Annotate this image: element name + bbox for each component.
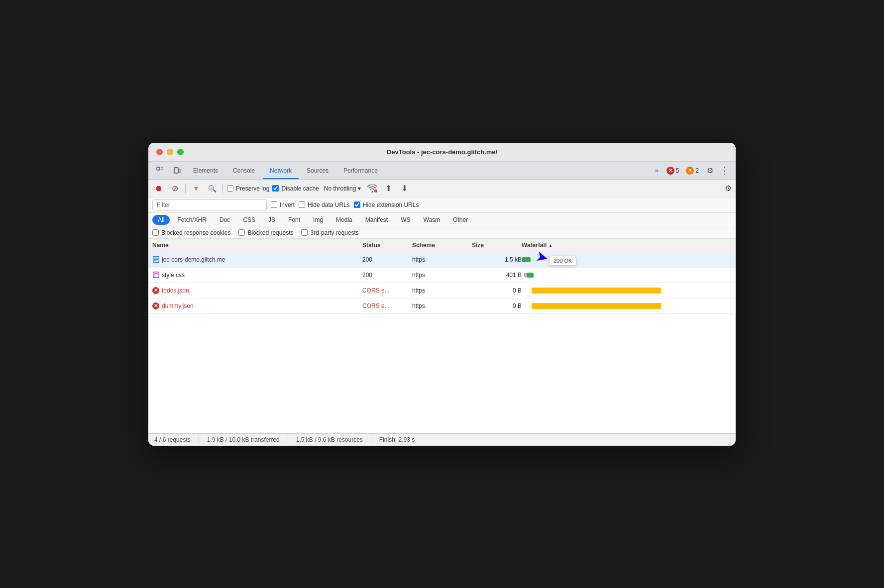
disable-cache-label: Disable cache	[281, 185, 319, 192]
inspect-element-icon[interactable]	[153, 164, 167, 178]
svg-rect-2	[179, 169, 180, 173]
table-row[interactable]: jec-cors-demo.glitch.me 200 https 1.5 kB…	[148, 252, 736, 268]
table-row[interactable]: style.css 200 https 401 B	[148, 268, 736, 283]
preserve-log-input[interactable]	[227, 185, 233, 192]
record-button[interactable]: ⏺	[152, 182, 165, 195]
waterfall-bar-main	[527, 273, 534, 278]
type-filter-font[interactable]: Font	[283, 215, 306, 225]
maximize-button[interactable]	[177, 149, 184, 155]
warning-count-badge[interactable]: ✕ 2	[683, 166, 702, 176]
blocked-requests-checkbox[interactable]: Blocked requests	[238, 229, 293, 236]
hide-data-urls-input[interactable]	[299, 201, 305, 208]
filter-bar: Invert Hide data URLs Hide extension URL…	[148, 197, 736, 213]
search-icon[interactable]: 🔍	[206, 182, 219, 195]
tab-console[interactable]: Console	[226, 163, 262, 179]
hide-data-urls-checkbox[interactable]: Hide data URLs	[299, 201, 350, 208]
download-icon[interactable]: ⬇	[398, 182, 411, 195]
row-name-text: style.css	[162, 272, 185, 279]
disable-cache-input[interactable]	[272, 185, 279, 192]
warning-circle-icon: ✕	[686, 167, 694, 175]
devtools-settings-icon[interactable]: ⚙	[703, 164, 717, 178]
warning-count: 2	[695, 167, 699, 174]
requests-count: 4 / 6 requests	[154, 436, 191, 443]
tab-performance[interactable]: Performance	[336, 163, 385, 179]
tab-sources[interactable]: Sources	[300, 163, 335, 179]
row-scheme: https	[412, 256, 472, 263]
type-filter-wasm[interactable]: Wasm	[418, 215, 446, 225]
device-toolbar-icon[interactable]	[170, 164, 184, 178]
error-icon: ✕	[152, 302, 159, 309]
blocked-response-cookies-checkbox[interactable]: Blocked response cookies	[152, 229, 230, 236]
row-size: 0 B	[472, 302, 522, 309]
blocked-requests-input[interactable]	[238, 229, 245, 236]
network-settings-icon[interactable]: ⚙	[725, 184, 732, 193]
row-status: CORS e...	[362, 302, 412, 309]
tab-elements[interactable]: Elements	[186, 163, 225, 179]
col-status[interactable]: Status	[362, 242, 412, 249]
invert-label: Invert	[280, 201, 295, 208]
type-filter-fetch-xhr[interactable]: Fetch/XHR	[172, 215, 212, 225]
row-name-cell: ✕ todos.json	[152, 287, 362, 294]
row-waterfall	[522, 286, 732, 295]
row-name-text: todos.json	[162, 287, 189, 294]
tab-network[interactable]: Network	[263, 163, 299, 179]
network-table: Name Status Scheme Size Waterfall jec-co…	[148, 239, 736, 433]
type-filter-ws[interactable]: WS	[395, 215, 416, 225]
row-scheme: https	[412, 272, 472, 279]
invert-input[interactable]	[271, 201, 277, 208]
tabs-overflow-button[interactable]: »	[651, 165, 662, 176]
throttle-dropdown[interactable]: No throttling ▾	[322, 184, 363, 193]
minimize-button[interactable]	[167, 149, 173, 155]
tooltip: 200 OK	[549, 256, 576, 266]
type-filter-img[interactable]: Img	[308, 215, 329, 225]
col-scheme[interactable]: Scheme	[412, 242, 472, 249]
hide-extension-urls-input[interactable]	[354, 201, 360, 208]
row-name-text: jec-cors-demo.glitch.me	[162, 256, 225, 263]
row-scheme: https	[412, 302, 472, 309]
table-row[interactable]: ✕ dummy.json CORS e... https 0 B	[148, 298, 736, 314]
third-party-requests-checkbox[interactable]: 3rd-party requests	[301, 229, 358, 236]
row-waterfall: ➤ 200 OK	[522, 255, 732, 265]
row-status: 200	[362, 272, 412, 279]
row-status: CORS e...	[362, 287, 412, 294]
table-row[interactable]: ✕ todos.json CORS e... https 0 B	[148, 283, 736, 298]
hide-data-urls-label: Hide data URLs	[308, 201, 350, 208]
toolbar-divider-1	[185, 184, 186, 194]
error-count-badge[interactable]: ✕ 5	[663, 166, 682, 176]
devtools-menu-icon[interactable]: ⋮	[718, 164, 732, 178]
hide-extension-urls-checkbox[interactable]: Hide extension URLs	[354, 201, 419, 208]
waterfall-bar	[522, 257, 531, 262]
upload-icon[interactable]: ⬆	[382, 182, 395, 195]
empty-space	[148, 314, 736, 433]
type-filter-other[interactable]: Other	[447, 215, 473, 225]
blocked-response-cookies-input[interactable]	[152, 229, 159, 236]
error-icon: ✕	[152, 287, 159, 294]
type-filter-manifest[interactable]: Manifest	[360, 215, 393, 225]
row-name-cell: style.css	[152, 272, 362, 279]
type-filter-all[interactable]: All	[152, 215, 170, 225]
col-size[interactable]: Size	[472, 242, 522, 249]
filter-icon[interactable]: ▼	[190, 182, 203, 195]
third-party-requests-input[interactable]	[301, 229, 308, 236]
preserve-log-checkbox[interactable]: Preserve log	[227, 185, 269, 192]
disable-cache-checkbox[interactable]: Disable cache	[272, 185, 319, 192]
window-title: DevTools - jec-cors-demo.glitch.me/	[387, 148, 497, 156]
close-button[interactable]	[156, 149, 163, 155]
col-name[interactable]: Name	[152, 242, 362, 249]
filter-input[interactable]	[152, 199, 267, 210]
col-waterfall[interactable]: Waterfall	[522, 242, 732, 249]
type-filter-js[interactable]: JS	[263, 215, 281, 225]
error-circle-icon: ✕	[666, 167, 674, 175]
blocked-response-label: Blocked response cookies	[161, 229, 230, 236]
finish-time: Finish: 2.93 s	[379, 436, 415, 443]
blocked-requests-label: Blocked requests	[247, 229, 293, 236]
preserve-log-label: Preserve log	[236, 185, 269, 192]
invert-checkbox[interactable]: Invert	[271, 201, 295, 208]
type-filter-css[interactable]: CSS	[237, 215, 261, 225]
type-filter-doc[interactable]: Doc	[214, 215, 235, 225]
type-filter-media[interactable]: Media	[331, 215, 358, 225]
waterfall-bar-yellow	[532, 303, 661, 309]
wifi-icon[interactable]: !	[366, 182, 379, 195]
css-icon	[152, 272, 159, 279]
clear-button[interactable]: ⊘	[168, 182, 181, 195]
